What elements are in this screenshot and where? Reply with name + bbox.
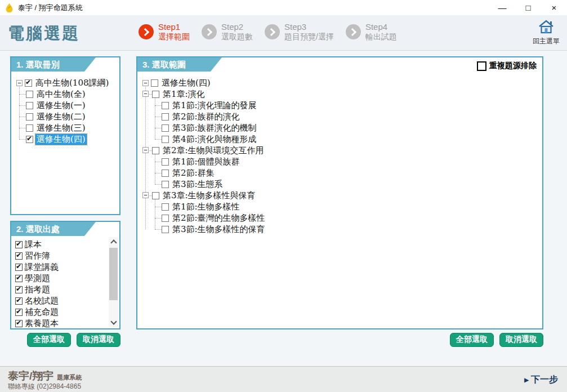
tree-checkbox[interactable] [26, 136, 33, 143]
source-checkbox[interactable] [15, 286, 23, 293]
maximize-icon[interactable]: □ [515, 0, 541, 15]
tree-label[interactable]: 選修生物(四) [35, 134, 87, 145]
tree-label[interactable]: 第3節:生態系 [171, 179, 224, 190]
books-tree: 高中生物(108課綱)高中生物(全)選修生物(一)選修生物(二)選修生物(三)選… [11, 72, 119, 145]
step-chevron-icon [139, 24, 154, 39]
next-step-button[interactable]: ▶ 下一步 [524, 374, 558, 386]
tree-checkbox[interactable] [152, 192, 159, 199]
scroll-down-icon[interactable] [109, 318, 118, 327]
tree-checkbox[interactable] [26, 113, 33, 121]
tree-label[interactable]: 第2節:臺灣的生物多樣性 [171, 213, 266, 224]
tree-label[interactable]: 第4節:演化與物種形成 [171, 134, 258, 145]
tree-row: 高中生物(全) [26, 88, 119, 100]
tree-label[interactable]: 選修生物(二) [35, 112, 87, 122]
tree-checkbox[interactable] [162, 203, 169, 211]
next-step-label: 下一步 [531, 374, 558, 386]
close-icon[interactable]: × [541, 0, 567, 15]
tree-label[interactable]: 第2章:生物與環境交互作用 [162, 145, 265, 156]
tree-checkbox[interactable] [162, 124, 169, 132]
tree-node: 第2節:群集 [162, 167, 542, 179]
tree-row: 第2節:族群的演化 [162, 111, 542, 122]
tree-node: 第2章:生物與環境交互作用第1節:個體與族群第2節:群集第3節:生態系 [152, 145, 542, 190]
step-label: 選取題數 [221, 32, 253, 42]
collapse-expander-icon[interactable] [142, 91, 149, 97]
tree-checkbox[interactable] [162, 215, 169, 222]
tree-checkbox[interactable] [152, 91, 159, 98]
tree-label[interactable]: 第3節:生物多樣性的保育 [171, 224, 266, 235]
source-label[interactable]: 名校試題 [25, 296, 59, 306]
tree-label[interactable]: 選修生物(三) [35, 123, 87, 133]
tree-row: 選修生物(四) [142, 77, 542, 88]
select-all-scope-button[interactable]: 全部選取 [450, 333, 494, 347]
tree-checkbox[interactable] [26, 102, 33, 109]
tree-label[interactable]: 第1節:個體與族群 [171, 157, 241, 167]
source-label[interactable]: 學測題 [25, 273, 50, 284]
collapse-expander-icon[interactable] [16, 80, 23, 86]
scrollbar[interactable] [109, 237, 118, 327]
dedupe-label: 重複題源排除 [489, 61, 537, 71]
source-label[interactable]: 素養題本 [25, 318, 59, 329]
tree-checkbox[interactable] [162, 170, 169, 177]
tree-label[interactable]: 第3節:族群演化的機制 [171, 123, 258, 133]
tree-node: 選修生物(四)第1章:演化第1節:演化理論的發展第2節:族群的演化第3節:族群演… [142, 77, 542, 235]
source-label[interactable]: 課本 [25, 239, 42, 250]
tree-label[interactable]: 選修生物(四) [160, 78, 212, 88]
tree-checkbox[interactable] [151, 79, 158, 87]
tree-label[interactable]: 選修生物(一) [35, 100, 87, 111]
source-checkbox[interactable] [15, 241, 23, 248]
deselect-all-sources-button[interactable]: 取消選取 [77, 333, 120, 347]
brand-suffix: 題庫系統 [57, 374, 82, 381]
tree-node: 第2節:族群的演化 [162, 111, 542, 122]
source-checkbox[interactable] [15, 264, 23, 271]
tree-label[interactable]: 第1節:演化理論的發展 [171, 100, 258, 111]
source-checkbox[interactable] [15, 297, 23, 305]
dedupe-checkbox[interactable] [477, 61, 486, 71]
home-icon [538, 19, 555, 34]
source-item: 課本 [15, 239, 106, 250]
tree-checkbox[interactable] [162, 102, 169, 109]
select-all-sources-button[interactable]: 全部選取 [27, 333, 71, 347]
source-checkbox[interactable] [15, 320, 23, 327]
source-label[interactable]: 指考題 [25, 284, 50, 295]
tree-checkbox[interactable] [25, 79, 32, 87]
minimize-icon[interactable]: — [489, 0, 515, 15]
step-name: Step4 [365, 22, 397, 32]
tree-checkbox[interactable] [162, 158, 169, 166]
source-checkbox[interactable] [15, 275, 23, 282]
tree-label[interactable]: 第2節:族群的演化 [171, 112, 241, 122]
collapse-expander-icon[interactable] [142, 80, 149, 86]
step-label: 輸出試題 [365, 32, 397, 42]
scroll-up-icon[interactable] [109, 237, 118, 247]
scrollbar-thumb[interactable] [109, 248, 118, 300]
tree-checkbox[interactable] [152, 147, 159, 154]
tree-checkbox[interactable] [26, 91, 33, 98]
tree-node: 第1節:生物多樣性 [162, 201, 542, 212]
tree-checkbox[interactable] [162, 113, 169, 121]
tree-node: 第3章:生物多樣性與保育第1節:生物多樣性第2節:臺灣的生物多樣性第3節:生物多… [152, 190, 542, 235]
tree-checkbox[interactable] [26, 124, 33, 132]
main-area: 1. 選取冊別 高中生物(108課綱)高中生物(全)選修生物(一)選修生物(二)… [0, 51, 567, 366]
tree-label[interactable]: 第1章:演化 [162, 89, 206, 100]
tree-label[interactable]: 高中生物(108課綱) [34, 78, 110, 88]
home-button[interactable]: 回主選單 [530, 19, 562, 46]
tree-checkbox[interactable] [162, 136, 169, 143]
source-item: 學測題 [15, 273, 106, 284]
tree-label[interactable]: 高中生物(全) [35, 89, 87, 100]
step-4: Step4輸出試題 [346, 22, 397, 42]
collapse-expander-icon[interactable] [142, 147, 149, 153]
source-label[interactable]: 課堂講義 [25, 262, 59, 273]
deselect-all-scope-button[interactable]: 取消選取 [499, 333, 543, 347]
tree-label[interactable]: 第2節:群集 [171, 168, 216, 179]
tree-checkbox[interactable] [162, 181, 169, 188]
tree-node: 第3節:生物多樣性的保育 [162, 224, 542, 235]
collapse-expander-icon[interactable] [142, 192, 149, 198]
source-checkbox[interactable] [15, 309, 23, 316]
source-checkbox[interactable] [15, 252, 23, 260]
tree-label[interactable]: 第1節:生物多樣性 [171, 202, 241, 212]
source-label[interactable]: 補充命題 [25, 307, 59, 318]
tree-checkbox[interactable] [162, 226, 169, 233]
tree-label[interactable]: 第3章:生物多樣性與保育 [162, 190, 257, 201]
step-chevron-icon [265, 24, 280, 39]
header: 電腦選題 Step1選擇範圍Step2選取題數Step3題目預覽/選擇Step4… [0, 15, 567, 51]
source-label[interactable]: 習作簿 [25, 251, 50, 261]
